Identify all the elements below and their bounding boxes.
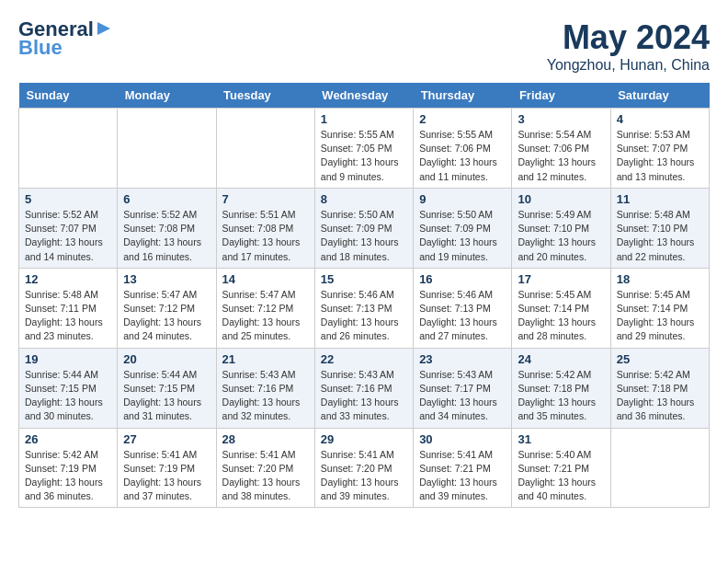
- logo: General Blue: [18, 18, 114, 59]
- day-number: 18: [617, 272, 703, 286]
- day-info: Sunrise: 5:42 AMSunset: 7:18 PMDaylight:…: [617, 368, 703, 424]
- calendar-table: SundayMondayTuesdayWednesdayThursdayFrid…: [18, 83, 710, 508]
- day-info: Sunrise: 5:50 AMSunset: 7:09 PMDaylight:…: [419, 208, 506, 264]
- title-block: May 2024 Yongzhou, Hunan, China: [547, 18, 710, 74]
- day-info: Sunrise: 5:43 AMSunset: 7:16 PMDaylight:…: [321, 368, 407, 424]
- day-info: Sunrise: 5:52 AMSunset: 7:08 PMDaylight:…: [123, 208, 210, 264]
- month-title: May 2024: [547, 18, 710, 57]
- day-info: Sunrise: 5:42 AMSunset: 7:18 PMDaylight:…: [518, 368, 604, 424]
- calendar-cell: [19, 109, 118, 189]
- day-number: 25: [617, 352, 703, 366]
- day-number: 9: [419, 192, 506, 206]
- calendar-cell: 25Sunrise: 5:42 AMSunset: 7:18 PMDayligh…: [610, 348, 709, 428]
- calendar-cell: 14Sunrise: 5:47 AMSunset: 7:12 PMDayligh…: [216, 268, 314, 348]
- day-info: Sunrise: 5:47 AMSunset: 7:12 PMDaylight:…: [222, 288, 309, 344]
- calendar-cell: [610, 428, 709, 508]
- weekday-header-saturday: Saturday: [610, 83, 709, 109]
- page-header: General Blue May 2024 Yongzhou, Hunan, C…: [18, 18, 710, 74]
- calendar-cell: 28Sunrise: 5:41 AMSunset: 7:20 PMDayligh…: [216, 428, 314, 508]
- calendar-cell: 21Sunrise: 5:43 AMSunset: 7:16 PMDayligh…: [216, 348, 314, 428]
- calendar-cell: 6Sunrise: 5:52 AMSunset: 7:08 PMDaylight…: [118, 188, 216, 268]
- day-number: 30: [419, 432, 506, 446]
- weekday-header-row: SundayMondayTuesdayWednesdayThursdayFrid…: [19, 83, 710, 109]
- calendar-cell: 7Sunrise: 5:51 AMSunset: 7:08 PMDaylight…: [216, 188, 314, 268]
- calendar-cell: 8Sunrise: 5:50 AMSunset: 7:09 PMDaylight…: [314, 188, 413, 268]
- day-number: 10: [518, 192, 604, 206]
- day-info: Sunrise: 5:54 AMSunset: 7:06 PMDaylight:…: [518, 128, 604, 184]
- day-info: Sunrise: 5:46 AMSunset: 7:13 PMDaylight:…: [419, 288, 506, 344]
- day-info: Sunrise: 5:47 AMSunset: 7:12 PMDaylight:…: [123, 288, 210, 344]
- calendar-cell: 24Sunrise: 5:42 AMSunset: 7:18 PMDayligh…: [512, 348, 610, 428]
- day-number: 4: [617, 112, 703, 126]
- calendar-cell: 27Sunrise: 5:41 AMSunset: 7:19 PMDayligh…: [118, 428, 216, 508]
- day-info: Sunrise: 5:44 AMSunset: 7:15 PMDaylight:…: [123, 368, 210, 424]
- day-info: Sunrise: 5:48 AMSunset: 7:11 PMDaylight:…: [25, 288, 111, 344]
- calendar-week-row: 19Sunrise: 5:44 AMSunset: 7:15 PMDayligh…: [19, 348, 710, 428]
- day-number: 3: [518, 112, 604, 126]
- calendar-cell: 13Sunrise: 5:47 AMSunset: 7:12 PMDayligh…: [118, 268, 216, 348]
- day-info: Sunrise: 5:53 AMSunset: 7:07 PMDaylight:…: [617, 128, 703, 184]
- calendar-week-row: 1Sunrise: 5:55 AMSunset: 7:05 PMDaylight…: [19, 109, 710, 189]
- day-info: Sunrise: 5:48 AMSunset: 7:10 PMDaylight:…: [617, 208, 703, 264]
- day-info: Sunrise: 5:43 AMSunset: 7:16 PMDaylight:…: [222, 368, 309, 424]
- calendar-cell: 19Sunrise: 5:44 AMSunset: 7:15 PMDayligh…: [19, 348, 118, 428]
- day-number: 26: [25, 432, 111, 446]
- calendar-cell: 20Sunrise: 5:44 AMSunset: 7:15 PMDayligh…: [118, 348, 216, 428]
- day-number: 2: [419, 112, 506, 126]
- calendar-cell: 10Sunrise: 5:49 AMSunset: 7:10 PMDayligh…: [512, 188, 610, 268]
- day-number: 17: [518, 272, 604, 286]
- calendar-cell: 12Sunrise: 5:48 AMSunset: 7:11 PMDayligh…: [19, 268, 118, 348]
- day-info: Sunrise: 5:49 AMSunset: 7:10 PMDaylight:…: [518, 208, 604, 264]
- day-number: 19: [25, 352, 111, 366]
- day-info: Sunrise: 5:41 AMSunset: 7:19 PMDaylight:…: [123, 448, 210, 504]
- day-number: 28: [222, 432, 309, 446]
- day-info: Sunrise: 5:55 AMSunset: 7:06 PMDaylight:…: [419, 128, 506, 184]
- day-number: 27: [123, 432, 210, 446]
- day-number: 29: [321, 432, 407, 446]
- day-info: Sunrise: 5:42 AMSunset: 7:19 PMDaylight:…: [25, 448, 111, 504]
- day-info: Sunrise: 5:55 AMSunset: 7:05 PMDaylight:…: [321, 128, 407, 184]
- calendar-cell: 15Sunrise: 5:46 AMSunset: 7:13 PMDayligh…: [314, 268, 413, 348]
- logo-arrow-icon: [97, 20, 114, 37]
- calendar-cell: 17Sunrise: 5:45 AMSunset: 7:14 PMDayligh…: [512, 268, 610, 348]
- day-number: 7: [222, 192, 309, 206]
- day-number: 15: [321, 272, 407, 286]
- weekday-header-tuesday: Tuesday: [216, 83, 314, 109]
- weekday-header-monday: Monday: [118, 83, 216, 109]
- day-number: 21: [222, 352, 309, 366]
- day-number: 22: [321, 352, 407, 366]
- location: Yongzhou, Hunan, China: [547, 57, 710, 74]
- calendar-cell: 1Sunrise: 5:55 AMSunset: 7:05 PMDaylight…: [314, 109, 413, 189]
- logo-text-blue: Blue: [18, 37, 63, 59]
- day-number: 11: [617, 192, 703, 206]
- calendar-cell: 2Sunrise: 5:55 AMSunset: 7:06 PMDaylight…: [414, 109, 512, 189]
- weekday-header-thursday: Thursday: [414, 83, 512, 109]
- day-info: Sunrise: 5:46 AMSunset: 7:13 PMDaylight:…: [321, 288, 407, 344]
- calendar-week-row: 5Sunrise: 5:52 AMSunset: 7:07 PMDaylight…: [19, 188, 710, 268]
- calendar-cell: 11Sunrise: 5:48 AMSunset: 7:10 PMDayligh…: [610, 188, 709, 268]
- calendar-cell: 31Sunrise: 5:40 AMSunset: 7:21 PMDayligh…: [512, 428, 610, 508]
- day-number: 12: [25, 272, 111, 286]
- calendar-cell: [118, 109, 216, 189]
- calendar-cell: [216, 109, 314, 189]
- day-number: 6: [123, 192, 210, 206]
- calendar-cell: 23Sunrise: 5:43 AMSunset: 7:17 PMDayligh…: [414, 348, 512, 428]
- day-number: 1: [321, 112, 407, 126]
- day-info: Sunrise: 5:41 AMSunset: 7:20 PMDaylight:…: [321, 448, 407, 504]
- day-number: 20: [123, 352, 210, 366]
- weekday-header-friday: Friday: [512, 83, 610, 109]
- day-info: Sunrise: 5:51 AMSunset: 7:08 PMDaylight:…: [222, 208, 309, 264]
- calendar-cell: 4Sunrise: 5:53 AMSunset: 7:07 PMDaylight…: [610, 109, 709, 189]
- calendar-week-row: 26Sunrise: 5:42 AMSunset: 7:19 PMDayligh…: [19, 428, 710, 508]
- day-info: Sunrise: 5:45 AMSunset: 7:14 PMDaylight:…: [518, 288, 604, 344]
- svg-marker-0: [97, 22, 110, 35]
- calendar-cell: 9Sunrise: 5:50 AMSunset: 7:09 PMDaylight…: [414, 188, 512, 268]
- calendar-cell: 5Sunrise: 5:52 AMSunset: 7:07 PMDaylight…: [19, 188, 118, 268]
- day-info: Sunrise: 5:50 AMSunset: 7:09 PMDaylight:…: [321, 208, 407, 264]
- day-info: Sunrise: 5:43 AMSunset: 7:17 PMDaylight:…: [419, 368, 506, 424]
- day-number: 8: [321, 192, 407, 206]
- day-number: 31: [518, 432, 604, 446]
- day-number: 16: [419, 272, 506, 286]
- day-info: Sunrise: 5:41 AMSunset: 7:20 PMDaylight:…: [222, 448, 309, 504]
- calendar-cell: 26Sunrise: 5:42 AMSunset: 7:19 PMDayligh…: [19, 428, 118, 508]
